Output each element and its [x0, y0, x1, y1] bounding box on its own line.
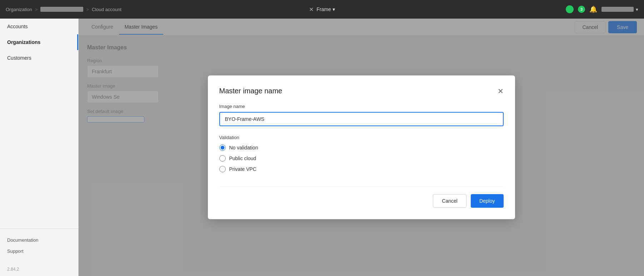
user-menu[interactable]: ▾	[601, 7, 638, 12]
modal: Master image name ✕ Image name Validatio…	[208, 75, 515, 219]
topbar-center: ✕ Frame ▾	[309, 6, 335, 13]
topbar-close-icon[interactable]: ✕	[309, 6, 314, 13]
radio-item-no-validation[interactable]: No validation	[219, 144, 504, 151]
breadcrumb-org[interactable]: Organization	[6, 7, 32, 12]
validation-radio-group: No validation Public cloud Private VPC	[219, 144, 504, 172]
radio-label-private-vpc: Private VPC	[229, 166, 256, 172]
frame-chevron-icon: ▾	[333, 6, 335, 12]
bell-icon[interactable]: 🔔	[589, 5, 597, 13]
radio-label-no-validation: No validation	[229, 145, 258, 151]
sidebar-item-support[interactable]: Support	[7, 246, 71, 257]
sidebar-item-customers[interactable]: Customers	[0, 50, 78, 66]
status-indicator	[566, 5, 574, 13]
user-name	[601, 7, 634, 12]
modal-close-button[interactable]: ✕	[498, 88, 504, 95]
radio-no-validation[interactable]	[219, 144, 226, 151]
breadcrumb-sep2: >	[86, 7, 89, 12]
frame-label-text: Frame	[316, 6, 331, 12]
sidebar-version: 2.84.2	[0, 262, 78, 276]
modal-overlay: Master image name ✕ Image name Validatio…	[79, 19, 644, 276]
breadcrumb-account	[40, 7, 83, 12]
sidebar-nav: Accounts Organizations Customers	[0, 19, 78, 228]
modal-footer: Cancel Deploy	[219, 187, 504, 208]
radio-item-public-cloud[interactable]: Public cloud	[219, 155, 504, 162]
modal-header: Master image name ✕	[219, 87, 504, 95]
frame-selector[interactable]: Frame ▾	[316, 6, 335, 12]
radio-item-private-vpc[interactable]: Private VPC	[219, 166, 504, 172]
image-name-label: Image name	[219, 104, 504, 109]
sidebar-bottom: Documentation Support	[0, 228, 78, 262]
sidebar-item-documentation[interactable]: Documentation	[7, 235, 71, 246]
radio-label-public-cloud: Public cloud	[229, 156, 256, 161]
topbar-right: 3 🔔 ▾	[566, 5, 638, 13]
radio-public-cloud[interactable]	[219, 155, 226, 162]
validation-label: Validation	[219, 135, 504, 140]
content-area: Configure Master Images Cancel Save Mast…	[79, 19, 644, 276]
breadcrumb-cloud[interactable]: Cloud account	[92, 7, 121, 12]
modal-cancel-button[interactable]: Cancel	[433, 194, 466, 208]
modal-title: Master image name	[219, 87, 283, 95]
notification-badge[interactable]: 3	[578, 6, 585, 13]
sidebar: Accounts Organizations Customers Documen…	[0, 19, 79, 276]
radio-private-vpc[interactable]	[219, 166, 226, 172]
breadcrumb-sep1: >	[35, 7, 38, 12]
breadcrumb: Organization > > Cloud account	[6, 7, 121, 12]
user-chevron-icon: ▾	[636, 7, 638, 12]
image-name-input[interactable]	[219, 112, 504, 126]
sidebar-item-organizations[interactable]: Organizations	[0, 34, 78, 50]
topbar: Organization > > Cloud account ✕ Frame ▾…	[0, 0, 644, 19]
main-layout: Accounts Organizations Customers Documen…	[0, 19, 644, 276]
modal-deploy-button[interactable]: Deploy	[471, 194, 504, 208]
sidebar-item-accounts[interactable]: Accounts	[0, 19, 78, 34]
